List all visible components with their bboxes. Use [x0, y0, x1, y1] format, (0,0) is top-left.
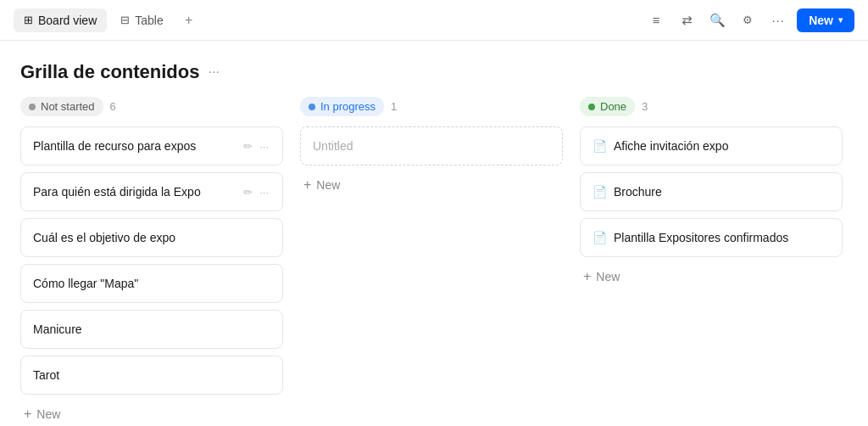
groupby-icon[interactable]: ⚙: [736, 8, 760, 32]
new-button[interactable]: New ▾: [797, 8, 854, 32]
add-new-not-started[interactable]: + New: [20, 401, 283, 426]
tab-board[interactable]: ⊞ Board view: [14, 8, 107, 32]
status-label-done: Done: [600, 100, 626, 113]
board: Not started 6 Plantilla de recurso para …: [0, 97, 868, 426]
card-5[interactable]: Manicure: [20, 310, 283, 349]
tab-board-label: Board view: [38, 14, 97, 27]
tab-table-label: Table: [135, 14, 163, 27]
card-10-text: 📄 Plantilla Expositores confirmados: [593, 231, 830, 244]
board-icon: ⊞: [24, 14, 33, 26]
doc-icon-9: 📄: [593, 185, 607, 199]
status-dot-in-progress: [309, 104, 315, 110]
card-6[interactable]: Tarot: [20, 356, 283, 395]
status-badge-done: Done: [580, 97, 635, 116]
card-untitled[interactable]: Untitled: [300, 126, 563, 165]
more-actions-icon[interactable]: ···: [766, 8, 790, 32]
card-2-more-icon[interactable]: ···: [258, 184, 270, 200]
card-2-actions: ✏ ···: [242, 184, 270, 200]
add-new-done-label: New: [596, 270, 620, 283]
add-new-plus-icon: +: [24, 406, 31, 422]
card-10[interactable]: 📄 Plantilla Expositores confirmados: [580, 218, 843, 257]
search-icon[interactable]: 🔍: [705, 8, 729, 32]
new-button-chevron: ▾: [838, 15, 843, 25]
filter-icon[interactable]: ≡: [644, 8, 668, 32]
card-6-text: Tarot: [33, 368, 270, 382]
card-2-edit-icon[interactable]: ✏: [242, 184, 254, 200]
doc-icon-10: 📄: [593, 231, 607, 244]
tab-table[interactable]: ⊟ Table: [110, 8, 173, 32]
col-count-not-started: 6: [110, 100, 116, 113]
status-dot-not-started: [29, 104, 36, 110]
col-header-done: Done 3: [580, 97, 843, 116]
topbar: ⊞ Board view ⊟ Table + ≡ ⇅ 🔍 ⚙ ··· New ▾: [0, 0, 868, 41]
add-new-ip-plus-icon: +: [303, 177, 311, 193]
card-4-text: Cómo llegar "Mapa": [33, 277, 270, 290]
card-8-text: 📄 Afiche invitación expo: [593, 139, 830, 153]
card-8[interactable]: 📄 Afiche invitación expo: [580, 126, 843, 165]
col-count-in-progress: 1: [391, 100, 397, 113]
card-1-more-icon[interactable]: ···: [258, 138, 270, 154]
column-done: Done 3 📄 Afiche invitación expo 📄 Brochu…: [580, 97, 843, 426]
doc-icon-8: 📄: [593, 139, 607, 153]
card-5-text: Manicure: [33, 322, 270, 336]
add-new-not-started-label: New: [36, 407, 60, 421]
card-9-text: 📄 Brochure: [593, 185, 830, 199]
sort-icon[interactable]: ⇅: [675, 8, 698, 32]
status-dot-done: [588, 104, 595, 110]
add-new-done[interactable]: + New: [580, 264, 843, 289]
card-2[interactable]: Para quién está dirigida la Expo ✏ ···: [20, 172, 283, 211]
status-badge-not-started: Not started: [20, 97, 103, 116]
table-icon: ⊟: [120, 14, 130, 26]
column-not-started: Not started 6 Plantilla de recurso para …: [20, 97, 283, 426]
card-1[interactable]: Plantilla de recurso para expos ✏ ···: [20, 126, 283, 165]
card-1-text: Plantilla de recurso para expos: [33, 139, 242, 153]
page-more-icon[interactable]: ···: [208, 64, 219, 80]
status-label-not-started: Not started: [41, 100, 95, 113]
topbar-actions: ≡ ⇅ 🔍 ⚙ ··· New ▾: [644, 8, 854, 32]
status-label-in-progress: In progress: [320, 100, 376, 113]
add-view-button[interactable]: +: [177, 8, 201, 32]
add-new-done-plus-icon: +: [583, 269, 591, 284]
status-badge-in-progress: In progress: [300, 97, 384, 116]
col-count-done: 3: [642, 100, 648, 113]
card-2-text: Para quién está dirigida la Expo: [33, 185, 242, 199]
add-new-in-progress[interactable]: + New: [300, 172, 563, 198]
card-untitled-text: Untitled: [313, 139, 550, 153]
card-3[interactable]: Cuál es el objetivo de expo: [20, 218, 283, 257]
card-1-edit-icon[interactable]: ✏: [242, 138, 254, 154]
card-9[interactable]: 📄 Brochure: [580, 172, 843, 211]
card-4[interactable]: Cómo llegar "Mapa": [20, 264, 283, 303]
card-3-text: Cuál es el objetivo de expo: [33, 231, 270, 244]
page-header: Grilla de contenidos ···: [0, 41, 868, 97]
col-header-not-started: Not started 6: [20, 97, 283, 116]
col-header-in-progress: In progress 1: [300, 97, 563, 116]
page-title: Grilla de contenidos: [20, 61, 199, 83]
card-1-actions: ✏ ···: [242, 138, 270, 154]
add-new-in-progress-label: New: [316, 178, 340, 192]
column-in-progress: In progress 1 Untitled + New: [300, 97, 563, 426]
